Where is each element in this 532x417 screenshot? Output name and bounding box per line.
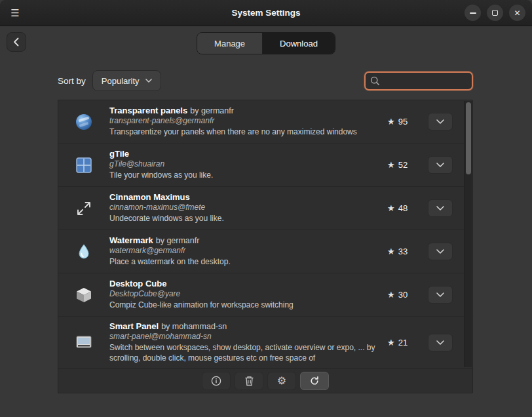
extension-title: Watermark [109, 235, 153, 245]
star-count: 48 [398, 203, 408, 213]
star-count: 30 [398, 290, 408, 300]
chevron-down-icon [436, 292, 444, 297]
minimize-button[interactable] [465, 5, 481, 21]
sort-dropdown[interactable]: Popularity [92, 70, 161, 91]
maximize-icon [492, 10, 498, 16]
extension-row[interactable]: Transparent panelsby germanfr transparen… [58, 100, 472, 144]
smart-panel-icon [58, 333, 109, 351]
uninstall-button[interactable] [235, 372, 263, 390]
titlebar: ☰ System Settings ✕ [0, 0, 532, 26]
expand-button[interactable] [428, 334, 453, 351]
filter-row: Sort by Popularity [58, 70, 473, 92]
star-rating: ★ 52 [387, 160, 424, 170]
extension-row[interactable]: Cinnamon Maximus cinnamon-maximus@fmete … [58, 187, 472, 230]
actions-toolbar: ⚙ [58, 368, 472, 393]
extension-description: Transparentize your panels when there ar… [109, 127, 382, 138]
extension-uuid: gTile@shuairan [109, 159, 382, 169]
star-rating: ★ 21 [387, 338, 424, 348]
chevron-down-icon [436, 206, 444, 210]
extension-row[interactable]: Watermarkby germanfr watermark@germanfr … [58, 230, 472, 273]
transparent-panels-icon [58, 113, 109, 131]
tab-download[interactable]: Download [263, 33, 335, 54]
extension-uuid: transparent-panels@germanfr [109, 116, 382, 125]
star-icon: ★ [387, 338, 395, 348]
extension-author: by germanfr [190, 106, 234, 115]
extension-title: gTile [109, 149, 129, 159]
info-button[interactable] [202, 372, 231, 390]
extension-author: by germanfr [156, 236, 200, 245]
hamburger-icon: ☰ [10, 7, 19, 19]
view-switcher: Manage Download [197, 32, 335, 54]
sub-toolbar: Manage Download [0, 26, 532, 60]
star-count: 52 [398, 160, 408, 170]
extension-row[interactable]: gTile gTile@shuairan Tile your windows a… [58, 144, 472, 187]
star-icon: ★ [387, 203, 395, 213]
maximus-arrows-icon [58, 199, 109, 218]
star-rating: ★ 95 [387, 117, 424, 127]
star-icon: ★ [387, 290, 395, 300]
star-icon: ★ [387, 160, 395, 170]
star-count: 33 [398, 247, 408, 256]
info-icon [211, 376, 221, 386]
window-controls: ✕ [465, 5, 525, 21]
extension-title: Desktop Cube [109, 279, 166, 288]
search-icon [370, 76, 380, 86]
gear-icon: ⚙ [277, 376, 286, 386]
main-content: Sort by Popularity [0, 70, 532, 393]
expand-button[interactable] [428, 199, 453, 217]
star-rating: ★ 33 [387, 247, 424, 256]
extension-uuid: watermark@germanfr [109, 246, 382, 255]
search-box [364, 71, 473, 90]
trash-icon [244, 376, 254, 386]
expand-button[interactable] [428, 113, 453, 130]
minimize-icon [470, 12, 476, 14]
extensions-list: Transparent panelsby germanfr transparen… [58, 100, 472, 368]
chevron-down-icon [145, 79, 152, 83]
close-button[interactable]: ✕ [509, 5, 525, 21]
expand-button[interactable] [428, 156, 453, 174]
extension-title: Smart Panel [109, 321, 159, 331]
chevron-down-icon [436, 163, 444, 167]
extension-row[interactable]: Desktop Cube DesktopCube@yare Compiz Cub… [58, 273, 472, 317]
tab-manage[interactable]: Manage [197, 33, 263, 54]
back-button[interactable] [7, 32, 26, 52]
refresh-button[interactable] [300, 372, 329, 390]
chevron-down-icon [436, 249, 444, 254]
sort-dropdown-value: Popularity [102, 76, 140, 86]
star-rating: ★ 30 [387, 290, 424, 300]
scrollbar[interactable] [464, 101, 472, 367]
chevron-down-icon [436, 340, 444, 345]
scrollbar-thumb[interactable] [466, 102, 471, 174]
expand-button[interactable] [428, 243, 453, 260]
app-menu-button[interactable]: ☰ [4, 3, 26, 23]
extension-uuid: cinnamon-maximus@fmete [109, 203, 382, 212]
back-chevron-icon [12, 37, 20, 47]
maximize-button[interactable] [487, 5, 503, 21]
chevron-down-icon [436, 119, 444, 124]
extension-description: Undecorate windows as you like. [109, 214, 382, 224]
star-rating: ★ 48 [387, 203, 424, 213]
extension-description: Compiz Cube-like animation for workspace… [109, 300, 382, 311]
star-count: 95 [398, 117, 408, 127]
expand-button[interactable] [428, 286, 453, 304]
extensions-panel: Transparent panelsby germanfr transparen… [58, 100, 473, 393]
system-settings-window: ☰ System Settings ✕ Manage Download [0, 0, 532, 393]
extension-description: Place a watermark on the desktop. [109, 257, 382, 268]
extension-uuid: DesktopCube@yare [109, 289, 382, 298]
extension-title: Cinnamon Maximus [109, 192, 190, 202]
configure-button[interactable]: ⚙ [267, 372, 296, 390]
extension-row[interactable]: Smart Panelby mohammad-sn smart-panel@mo… [58, 317, 472, 368]
search-input[interactable] [383, 75, 467, 87]
gtile-icon [58, 156, 109, 174]
watermark-drop-icon [58, 243, 109, 261]
extension-description: Switch between workspaces, show desktop,… [109, 343, 382, 363]
close-icon: ✕ [514, 9, 520, 18]
extension-description: Tile your windows as you like. [109, 170, 382, 181]
refresh-icon [309, 376, 320, 386]
desktop-cube-icon [58, 286, 109, 304]
extension-uuid: smart-panel@mohammad-sn [109, 332, 382, 341]
star-icon: ★ [387, 247, 395, 256]
extension-title: Transparent panels [109, 106, 187, 115]
window-title: System Settings [0, 8, 532, 18]
sort-by-label: Sort by [58, 76, 86, 86]
